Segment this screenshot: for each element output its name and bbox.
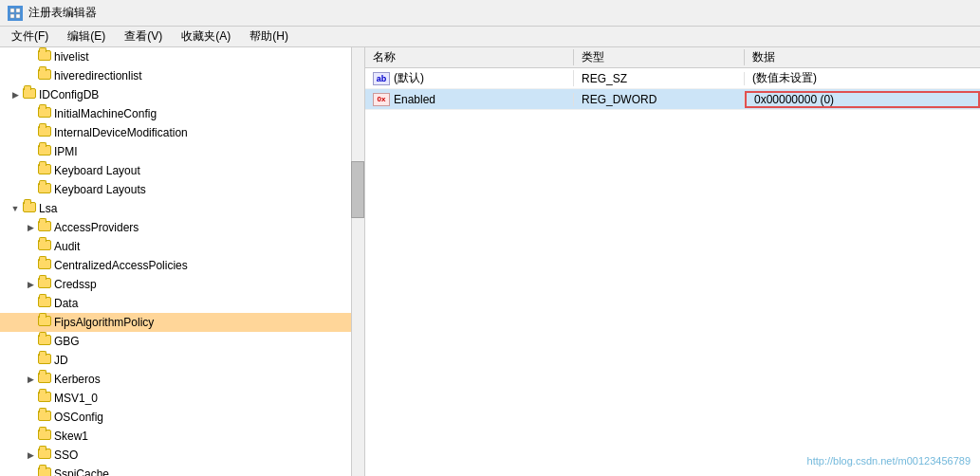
tree-label: CentralizedAccessPolicies xyxy=(54,259,188,272)
tree-item[interactable]: ▶Kerberos xyxy=(0,370,364,389)
table-header: 名称 类型 数据 xyxy=(365,47,980,68)
folder-icon xyxy=(38,411,51,424)
tree-expander xyxy=(23,353,38,368)
menu-bar: 文件(F) 编辑(E) 查看(V) 收藏夹(A) 帮助(H) xyxy=(0,27,980,47)
tree-label: SSO xyxy=(54,449,78,462)
tree-item[interactable]: Data xyxy=(0,294,364,313)
tree-label: hiveredirectionlist xyxy=(54,69,142,82)
svg-rect-0 xyxy=(10,9,14,12)
tree-item[interactable]: ▶SSO xyxy=(0,446,364,465)
tree-expander[interactable]: ▶ xyxy=(23,448,38,463)
tree-label: GBG xyxy=(54,335,80,348)
folder-icon xyxy=(38,164,51,177)
tree-expander xyxy=(23,315,38,330)
tree-label: IPMI xyxy=(54,145,78,158)
tree-item[interactable]: CentralizedAccessPolicies xyxy=(0,256,364,275)
tree-item[interactable]: hiveredirectionlist xyxy=(0,66,364,85)
tree-item[interactable]: JD xyxy=(0,351,364,370)
tree-expander xyxy=(23,467,38,476)
folder-icon xyxy=(38,278,51,291)
col-type-header: 类型 xyxy=(574,49,745,65)
tree-label: hivelist xyxy=(54,50,89,64)
tree-expander[interactable]: ▶ xyxy=(23,220,38,235)
tree-item[interactable]: OSConfig xyxy=(0,408,364,427)
tree-expander[interactable]: ▶ xyxy=(23,372,38,387)
watermark: http://blog.csdn.net/m00123456789 xyxy=(807,455,971,467)
folder-icon xyxy=(38,221,51,234)
tree-label: SspiCache xyxy=(54,467,109,476)
folder-icon xyxy=(38,335,51,348)
tree-expander[interactable]: ▶ xyxy=(23,277,38,292)
col-data-cell: 0x00000000 (0) xyxy=(745,91,980,108)
reg-dword-icon: 0x xyxy=(373,93,390,106)
tree-panel: hivelisthiveredirectionlist▶IDConfigDBIn… xyxy=(0,47,365,476)
tree-expander xyxy=(23,334,38,349)
tree-expander xyxy=(23,410,38,425)
tree-expander xyxy=(23,144,38,159)
tree-expander[interactable]: ▼ xyxy=(8,201,23,216)
tree-item[interactable]: ▼Lsa xyxy=(0,199,364,218)
tree-expander xyxy=(23,49,38,64)
tree-expander xyxy=(23,391,38,406)
scrollbar-area[interactable] xyxy=(351,47,364,476)
tree-expander xyxy=(23,182,38,197)
tree-label: InternalDeviceModification xyxy=(54,126,188,139)
tree-item[interactable]: MSV1_0 xyxy=(0,389,364,408)
tree-label: JD xyxy=(54,354,68,367)
svg-rect-1 xyxy=(16,9,20,12)
tree-expander xyxy=(23,296,38,311)
tree-expander xyxy=(23,125,38,140)
menu-file[interactable]: 文件(F) xyxy=(6,27,54,46)
tree-label: MSV1_0 xyxy=(54,392,98,405)
folder-icon xyxy=(38,392,51,405)
table-row[interactable]: ab(默认)REG_SZ(数值未设置) xyxy=(365,68,980,89)
tree-item[interactable]: Skew1 xyxy=(0,427,364,446)
tree-expander xyxy=(23,68,38,83)
tree-item[interactable]: SspiCache xyxy=(0,465,364,476)
tree-expander xyxy=(23,106,38,121)
col-data-cell: (数值未设置) xyxy=(745,70,980,86)
tree-expander xyxy=(23,239,38,254)
folder-icon xyxy=(23,202,36,215)
tree-item[interactable]: InitialMachineConfig xyxy=(0,104,364,123)
menu-favorites[interactable]: 收藏夹(A) xyxy=(176,27,236,46)
tree-item[interactable]: GBG xyxy=(0,332,364,351)
menu-help[interactable]: 帮助(H) xyxy=(244,27,294,46)
folder-icon xyxy=(38,430,51,443)
folder-icon xyxy=(23,88,36,101)
tree-label: OSConfig xyxy=(54,411,103,424)
tree-label: Keyboard Layout xyxy=(54,164,140,177)
reg-ab-icon: ab xyxy=(373,72,390,85)
col-name-header: 名称 xyxy=(365,49,574,65)
reg-name: Enabled xyxy=(394,93,435,106)
tree-item[interactable]: ▶IDConfigDB xyxy=(0,85,364,104)
tree-item[interactable]: hivelist xyxy=(0,47,364,66)
tree-expander xyxy=(23,163,38,178)
svg-rect-3 xyxy=(16,14,20,18)
table-body: ab(默认)REG_SZ(数值未设置)0xEnabledREG_DWORD0x0… xyxy=(365,68,980,476)
tree-item[interactable]: FipsAlgorithmPolicy xyxy=(0,313,364,332)
tree-item[interactable]: ▶AccessProviders xyxy=(0,218,364,237)
folder-icon xyxy=(38,354,51,367)
main-content: hivelisthiveredirectionlist▶IDConfigDBIn… xyxy=(0,47,980,476)
tree-item[interactable]: ▶Credssp xyxy=(0,275,364,294)
tree-item[interactable]: Keyboard Layouts xyxy=(0,180,364,199)
tree-label: IDConfigDB xyxy=(39,88,99,101)
scrollbar-thumb[interactable] xyxy=(351,161,364,218)
menu-view[interactable]: 查看(V) xyxy=(119,27,168,46)
menu-edit[interactable]: 编辑(E) xyxy=(62,27,111,46)
folder-icon xyxy=(38,126,51,139)
title-bar: 注册表编辑器 xyxy=(0,0,980,27)
reg-name: (默认) xyxy=(394,70,424,86)
folder-icon xyxy=(38,297,51,310)
tree-item[interactable]: IPMI xyxy=(0,142,364,161)
table-row[interactable]: 0xEnabledREG_DWORD0x00000000 (0) xyxy=(365,89,980,110)
title-text: 注册表编辑器 xyxy=(28,5,97,21)
tree-item[interactable]: Keyboard Layout xyxy=(0,161,364,180)
tree-expander xyxy=(23,258,38,273)
folder-icon xyxy=(38,467,51,476)
tree-label: InitialMachineConfig xyxy=(54,107,157,120)
tree-expander[interactable]: ▶ xyxy=(8,87,23,102)
tree-item[interactable]: Audit xyxy=(0,237,364,256)
tree-item[interactable]: InternalDeviceModification xyxy=(0,123,364,142)
